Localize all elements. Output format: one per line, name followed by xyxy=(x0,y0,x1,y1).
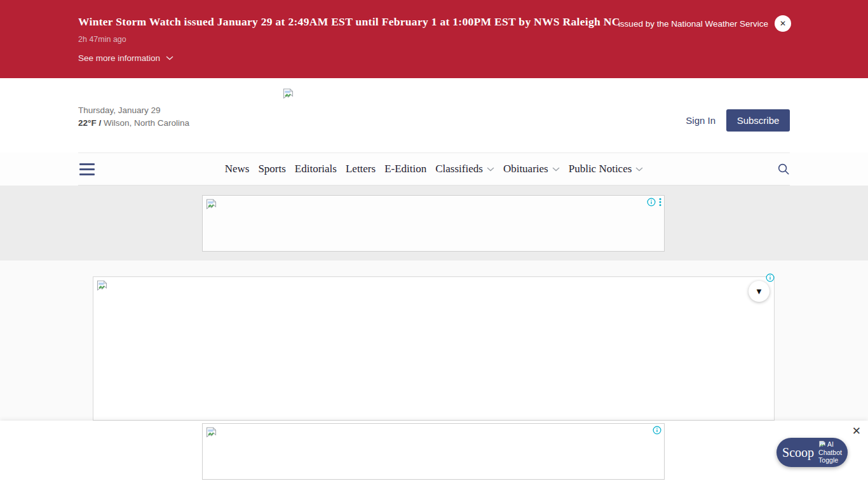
alert-timestamp: 2h 47min ago xyxy=(78,35,620,44)
nav-item-editorials[interactable]: Editorials xyxy=(295,163,337,175)
nav-item-e-edition[interactable]: E-Edition xyxy=(384,163,426,175)
temperature-value: 22°F xyxy=(78,118,97,128)
date-weather-widget: Thursday, January 29 22°F / Wilson, Nort… xyxy=(78,104,189,130)
weather-alert-banner: Winter Storm Watch issued January 29 at … xyxy=(0,0,868,78)
nav-item-classifieds[interactable]: Classifieds xyxy=(435,163,494,175)
site-header: Thursday, January 29 22°F / Wilson, Nort… xyxy=(0,78,868,152)
site-logo-broken-image-icon xyxy=(282,88,294,102)
see-more-information-link[interactable]: See more information xyxy=(78,53,173,63)
broken-image-icon xyxy=(818,440,826,448)
ad-choices-controls xyxy=(653,426,661,435)
weather-separator: / xyxy=(97,118,104,128)
alert-title: Winter Storm Watch issued January 29 at … xyxy=(78,15,620,29)
broken-image-icon xyxy=(205,198,217,210)
ad-info-icon[interactable] xyxy=(653,426,661,435)
collapse-ad-button[interactable]: ▼ xyxy=(749,281,770,302)
top-ad-band xyxy=(0,186,868,261)
scoop-chatbot-toggle-button[interactable]: Scoop AI Chatbot Toggle xyxy=(776,438,848,467)
see-more-label: See more information xyxy=(78,53,160,63)
nav-item-sports[interactable]: Sports xyxy=(258,163,285,175)
header-actions: Sign In Subscribe xyxy=(686,109,790,132)
close-icon: ✕ xyxy=(780,20,786,27)
ad-menu-icon[interactable] xyxy=(659,198,661,207)
close-sticky-ad-button[interactable]: ✕ xyxy=(852,426,861,437)
alert-content: Winter Storm Watch issued January 29 at … xyxy=(78,15,620,63)
chevron-down-icon xyxy=(166,56,173,60)
bottom-ad-slot[interactable] xyxy=(202,423,665,480)
chevron-down-icon xyxy=(635,167,643,172)
chatbot-toggle-alt: AI Chatbot Toggle xyxy=(818,440,842,464)
nav-item-obituaries[interactable]: Obituaries xyxy=(503,163,560,175)
alert-issuer-text: issued by the National Weather Service xyxy=(618,19,768,29)
ad-choices-controls xyxy=(647,198,661,207)
triangle-down-icon: ▼ xyxy=(755,287,763,296)
top-ad-slot[interactable] xyxy=(202,195,665,252)
broken-image-icon xyxy=(96,280,108,292)
ad-info-icon[interactable] xyxy=(647,198,656,207)
sticky-bottom-ad-bar: ✕ Scoop AI Chatbot Toggle xyxy=(0,421,868,488)
alert-issuer-area: issued by the National Weather Service ✕ xyxy=(618,15,791,32)
close-icon: ✕ xyxy=(852,425,861,437)
sign-in-link[interactable]: Sign In xyxy=(686,115,715,126)
chevron-down-icon xyxy=(552,167,560,172)
current-date: Thursday, January 29 xyxy=(78,104,189,117)
close-alert-button[interactable]: ✕ xyxy=(775,15,791,32)
nav-container: News Sports Editorials Letters E-Edition… xyxy=(78,152,790,186)
nav-item-public-notices[interactable]: Public Notices xyxy=(569,163,644,175)
chevron-down-icon xyxy=(487,167,494,172)
broken-image-icon xyxy=(205,426,217,438)
main-content-area: ▼ xyxy=(0,261,868,421)
ad-info-icon[interactable] xyxy=(766,273,775,282)
search-icon[interactable] xyxy=(777,163,790,177)
subscribe-button[interactable]: Subscribe xyxy=(726,109,790,132)
nav-item-news[interactable]: News xyxy=(225,163,250,175)
hamburger-menu-icon[interactable] xyxy=(79,163,95,175)
chatbot-name: Scoop xyxy=(782,445,814,460)
large-ad-slot[interactable]: ▼ xyxy=(93,276,775,421)
news-website-page: Winter Storm Watch issued January 29 at … xyxy=(0,0,868,488)
nav-item-letters[interactable]: Letters xyxy=(346,163,376,175)
location-label: Wilson, North Carolina xyxy=(104,118,189,128)
nav-links: News Sports Editorials Letters E-Edition… xyxy=(225,163,644,175)
main-navigation: News Sports Editorials Letters E-Edition… xyxy=(0,152,868,186)
weather-location-line: 22°F / Wilson, North Carolina xyxy=(78,117,189,130)
